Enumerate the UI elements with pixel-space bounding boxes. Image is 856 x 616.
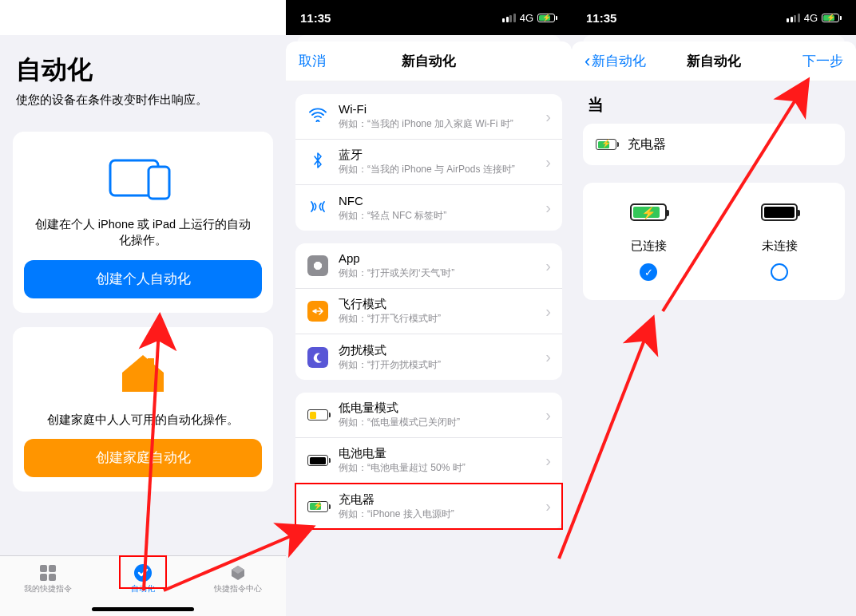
wifi-icon — [309, 108, 327, 126]
bluetooth-icon — [312, 152, 323, 173]
svg-rect-3 — [40, 565, 47, 572]
nav-title: 新自动化 — [687, 53, 741, 70]
gallery-icon — [191, 563, 286, 583]
nav-bar: 取消 新自动化 — [286, 41, 572, 81]
battery-icon: ⚡ — [822, 14, 842, 22]
svg-rect-4 — [49, 565, 56, 572]
tab-label: 快捷指令中心 — [191, 583, 286, 594]
svg-rect-2 — [148, 358, 154, 366]
home-automation-card: 创建家庭中人人可用的自动化操作。 创建家庭自动化 — [13, 327, 273, 492]
chevron-right-icon: › — [545, 302, 551, 321]
home-indicator — [92, 607, 194, 611]
battery-full-icon — [761, 203, 798, 221]
next-button[interactable]: 下一步 — [802, 41, 843, 81]
when-label: 当 — [572, 81, 856, 124]
row-battery-level[interactable]: 电池电量例如：“电池电量超过 50% 时” › — [295, 438, 562, 484]
nfc-icon — [309, 199, 327, 218]
airplane-icon — [307, 301, 328, 322]
row-airplane[interactable]: 飞行模式例如：“打开飞行模式时” › — [295, 289, 562, 334]
option-label: 未连接 — [714, 239, 845, 254]
app-icon — [307, 255, 328, 276]
row-nfc[interactable]: NFC例如：“轻点 NFC 标签时” › — [295, 185, 562, 231]
chevron-right-icon: › — [545, 406, 551, 424]
home-icon — [24, 345, 262, 402]
chevron-right-icon: › — [545, 452, 551, 470]
page-subtitle: 使您的设备在条件改变时作出响应。 — [0, 93, 286, 132]
grid-icon — [0, 563, 95, 583]
back-button[interactable]: ‹新自动化 — [585, 41, 646, 81]
status-time: 11:35 — [300, 11, 331, 25]
battery-icon: ⚡ — [537, 14, 557, 22]
battery-charging-icon: ⚡ — [630, 203, 667, 221]
chevron-right-icon: › — [545, 497, 551, 515]
trigger-group-power: 低电量模式例如：“低电量模式已关闭时” › 电池电量例如：“电池电量超过 50%… — [295, 393, 562, 529]
row-wifi[interactable]: Wi-Fi例如：“当我的 iPhone 加入家庭 Wi-Fi 时” › — [295, 94, 562, 140]
signal-icon — [502, 14, 516, 22]
option-label: 已连接 — [583, 239, 714, 254]
tab-label: 我的快捷指令 — [0, 583, 95, 594]
create-personal-button[interactable]: 创建个人自动化 — [24, 260, 262, 298]
devices-icon — [24, 149, 262, 207]
row-bluetooth[interactable]: 蓝牙例如：“当我的 iPhone 与 AirPods 连接时” › — [295, 140, 562, 185]
tab-shortcuts[interactable]: 我的快捷指令 — [0, 556, 95, 616]
personal-automation-card: 创建在个人 iPhone 或 iPad 上运行的自动化操作。 创建个人自动化 — [13, 132, 273, 313]
network-label: 4G — [804, 12, 818, 24]
radio-unchecked-icon — [771, 263, 788, 281]
automation-icon — [95, 563, 190, 583]
svg-rect-5 — [40, 574, 47, 581]
tab-gallery[interactable]: 快捷指令中心 — [191, 556, 286, 616]
create-home-button[interactable]: 创建家庭自动化 — [24, 439, 262, 477]
dnd-icon — [307, 347, 328, 368]
cancel-button[interactable]: 取消 — [299, 41, 326, 81]
row-dnd[interactable]: 勿扰模式例如：“打开勿扰模式时” › — [295, 334, 562, 380]
nav-title: 新自动化 — [402, 53, 456, 70]
status-time: 11:35 — [586, 11, 616, 25]
chip-label: 充电器 — [628, 136, 666, 153]
charger-icon: ⚡ — [596, 139, 616, 150]
tab-label: 自动化 — [95, 583, 190, 594]
chevron-right-icon: › — [545, 257, 551, 275]
charger-icon: ⚡ — [307, 501, 328, 512]
network-label: 4G — [520, 12, 533, 24]
trigger-group-connectivity: Wi-Fi例如：“当我的 iPhone 加入家庭 Wi-Fi 时” › 蓝牙例如… — [295, 94, 562, 231]
trigger-group-modes: App例如：“打开或关闭‘天气’时” › 飞行模式例如：“打开飞行模式时” › — [295, 243, 562, 380]
low-battery-icon — [307, 409, 328, 421]
option-connected[interactable]: ⚡ 已连接 ✓ — [583, 203, 714, 284]
trigger-chip: ⚡ 充电器 — [583, 124, 845, 165]
page-title: 自动化 — [0, 53, 286, 93]
svg-rect-1 — [149, 167, 169, 199]
chevron-right-icon: › — [545, 199, 551, 217]
status-bar: 11:35 4G ⚡ — [572, 0, 856, 35]
nav-bar: ‹新自动化 新自动化 下一步 — [572, 41, 856, 81]
option-disconnected[interactable]: 未连接 — [714, 203, 845, 284]
status-bar: 11:35 4G ⚡ — [286, 0, 572, 35]
tab-bar: 我的快捷指令 自动化 快捷指令中心 — [0, 555, 286, 616]
chevron-right-icon: › — [545, 348, 551, 366]
chevron-right-icon: › — [545, 153, 551, 172]
chevron-right-icon: › — [545, 108, 551, 126]
battery-level-icon — [307, 455, 328, 466]
svg-rect-6 — [49, 574, 56, 581]
personal-caption: 创建在个人 iPhone 或 iPad 上运行的自动化操作。 — [24, 216, 262, 260]
radio-checked-icon: ✓ — [640, 263, 657, 281]
row-charger[interactable]: ⚡ 充电器例如：“iPhone 接入电源时” › — [295, 484, 562, 529]
signal-icon — [787, 14, 800, 22]
charger-options: ⚡ 已连接 ✓ 未连接 — [583, 183, 845, 300]
row-low-power[interactable]: 低电量模式例如：“低电量模式已关闭时” › — [295, 393, 562, 438]
home-caption: 创建家庭中人人可用的自动化操作。 — [24, 412, 262, 439]
row-app[interactable]: App例如：“打开或关闭‘天气’时” › — [295, 243, 562, 289]
